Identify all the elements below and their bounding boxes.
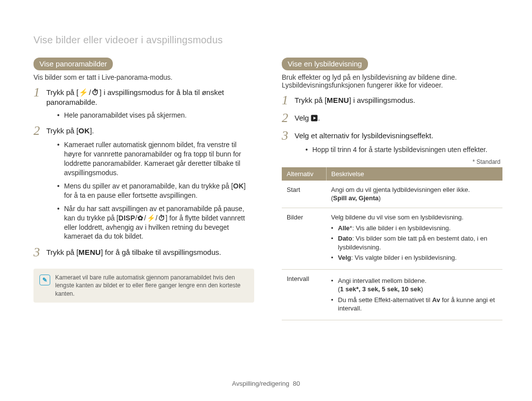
opt-desc-intervall: Angi intervallet mellom bildene. (1 sek*… <box>326 269 502 320</box>
slideshow-step-2: 2 Velg . <box>282 112 502 124</box>
panorama-step2-b2: Mens du spiller av et panoramabilde, kan… <box>57 182 254 200</box>
table-footnote: * Standard <box>282 158 500 165</box>
disp-icon: DISP <box>119 214 135 223</box>
step-number: 1 <box>282 94 295 107</box>
note-text: Kameraet vil bare rulle automatisk gjenn… <box>55 274 248 298</box>
step-number: 2 <box>33 124 46 137</box>
footer-page: 80 <box>293 380 299 387</box>
menu-icon: MENU <box>327 95 349 105</box>
step2-text-b: ]. <box>90 126 94 135</box>
panorama-step2-b1: Kameraet ruller automatisk gjennom bilde… <box>57 140 254 178</box>
flash-icon: ⚡ <box>146 214 156 223</box>
panorama-step-3: 3 Trykk på [MENU] for å gå tilbake til a… <box>33 246 254 259</box>
ok-icon: OK <box>78 126 90 136</box>
panorama-step-2: 2 Trykk på [OK]. <box>33 124 254 137</box>
step-number: 2 <box>282 112 295 124</box>
page-title: Vise bilder eller videoer i avspillingsm… <box>33 34 502 46</box>
step1-text-a: Trykk på [ <box>46 88 78 96</box>
table-row: Intervall Angi intervallet mellom bilden… <box>282 269 502 320</box>
step2-text-a: Trykk på [ <box>46 126 78 135</box>
table-head-desc: Beskrivelse <box>326 167 502 181</box>
flower-icon: ✿ <box>137 214 144 223</box>
footer-section: Avspilling/redigering <box>232 380 289 387</box>
section-heading-panorama: Vise panoramabilder <box>33 58 113 70</box>
step-number: 3 <box>33 246 46 259</box>
note-icon: ✎ <box>39 275 50 285</box>
timer-icon: ⏱ <box>91 88 100 97</box>
step3-text-b: ] for å gå tilbake til avspillingsmodus. <box>101 248 221 256</box>
slideshow-step-3: 3 Velg et alternativ for lysbildevisning… <box>282 129 502 142</box>
table-row: Bilder Velg bildene du vil vise som en l… <box>282 208 502 269</box>
opt-name-start: Start <box>282 181 326 208</box>
opt-desc-start: Angi om du vil gjenta lydbildevisningen … <box>326 181 502 208</box>
panorama-lead: Vis bilder som er tatt i Live-panorama-m… <box>33 73 254 81</box>
section-heading-slideshow: Vise en lysbildevisning <box>282 58 368 70</box>
left-column: Vise panoramabilder Vis bilder som er ta… <box>33 58 254 320</box>
opt-desc-bilder: Velg bildene du vil vise som en lysbilde… <box>326 208 502 269</box>
footer: Avspilling/redigering 80 <box>0 380 532 387</box>
step3-text-a: Trykk på [ <box>46 248 78 256</box>
ok-icon: OK <box>233 182 244 191</box>
panorama-step-1: 1 Trykk på [⚡/⏱] i avspillingsmodus for … <box>33 86 254 108</box>
table-row: Start Angi om du vil gjenta lydbildevisn… <box>282 181 502 208</box>
slideshow-step3-bullet: Hopp til trinn 4 for å starte lysbildevi… <box>305 145 502 154</box>
play-slideshow-icon <box>311 114 318 122</box>
note-box: ✎ Kameraet vil bare rulle automatisk gje… <box>33 269 254 303</box>
opt-name-intervall: Intervall <box>282 269 326 320</box>
slideshow-lead: Bruk effekter og lyd på en lysbildevisni… <box>282 73 502 89</box>
panorama-step2-b3: Når du har satt avspillingen av et panor… <box>57 204 254 242</box>
opt-name-bilder: Bilder <box>282 208 326 269</box>
right-column: Vise en lysbildevisning Bruk effekter og… <box>282 58 502 320</box>
step-number: 1 <box>33 86 46 99</box>
flash-icon: ⚡ <box>78 88 89 97</box>
slideshow-step-1: 1 Trykk på [MENU] i avspillingsmodus. <box>282 94 502 107</box>
timer-icon: ⏱ <box>158 214 166 223</box>
menu-icon: MENU <box>78 247 100 257</box>
step-number: 3 <box>282 129 295 142</box>
options-table: Alternativ Beskrivelse Start Angi om du … <box>282 167 502 320</box>
panorama-step1-bullet: Hele panoramabildet vises på skjermen. <box>57 111 254 120</box>
table-head-option: Alternativ <box>282 167 326 181</box>
